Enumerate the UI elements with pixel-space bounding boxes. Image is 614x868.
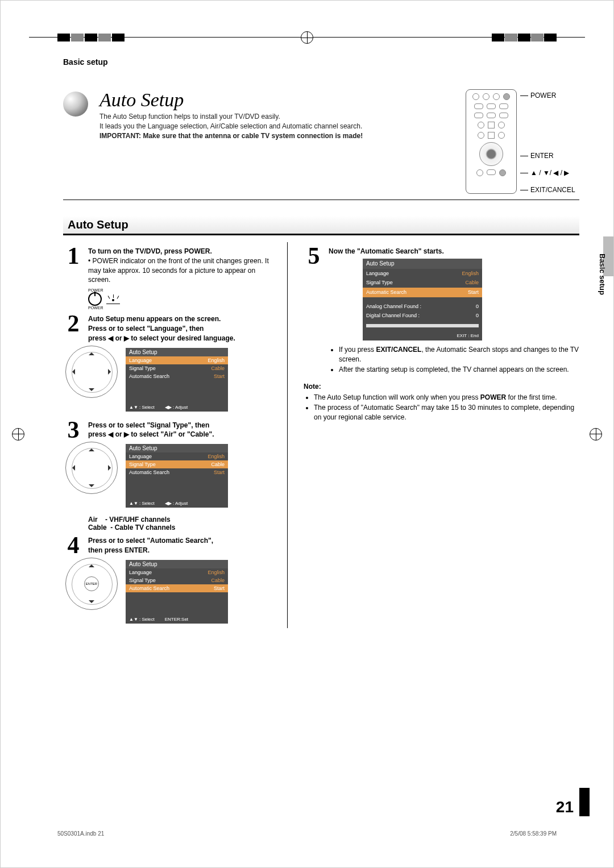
step-number: 4 <box>63 536 84 555</box>
right-column: Basic setup 5 Now the "Automatic Search"… <box>304 242 579 628</box>
air-cable-legend: Air - VHF/UHF channels Cable - Cable TV … <box>88 516 279 531</box>
step-number: 1 <box>63 247 84 285</box>
hero-line: It leads you the Language selection, Air… <box>99 122 362 130</box>
power-label-small: POWER <box>88 288 103 292</box>
color-bars-left <box>57 34 125 41</box>
remote-callouts: POWER ENTER ▲ / ▼/ ◀ / ▶ EXIT/CANCEL <box>520 89 575 194</box>
manual-page: Basic setup Auto Setup The Auto Setup fu… <box>0 0 614 868</box>
page-title: Auto Setup <box>99 89 454 111</box>
step-2: 2 Auto Setup menu appears on the screen.… <box>63 314 279 343</box>
step-5: 5 Now the "Automatic Search" starts. Aut… <box>304 247 579 377</box>
registration-mark-icon <box>590 428 602 441</box>
step-number: 3 <box>63 421 84 440</box>
step-number: 2 <box>63 314 84 343</box>
columns: 1 To turn on the TV/DVD, press POWER. • … <box>63 242 579 628</box>
color-bars-right <box>492 34 557 41</box>
step-bullet: If you press EXIT/CANCEL, the Automatic … <box>339 345 579 365</box>
osd-title: Auto Setup <box>126 348 228 356</box>
dpad-icon <box>65 346 118 398</box>
osd-screenshot: Auto Setup LanguageEnglish Signal TypeCa… <box>126 348 228 412</box>
dpad-icon <box>479 142 503 166</box>
power-label-small: POWER <box>88 306 103 310</box>
step-head: To turn on the TV/DVD, press POWER. <box>88 247 212 255</box>
sphere-icon <box>63 92 88 117</box>
dpad-icon <box>65 442 118 494</box>
footer-filename: 50S0301A.indb 21 <box>57 830 104 837</box>
page-content: Basic setup Auto Setup The Auto Setup fu… <box>63 57 579 828</box>
breadcrumb: Basic setup <box>63 57 579 67</box>
dpad-icon: ENTER <box>65 558 118 610</box>
step-head: Now the "Automatic Search" starts. <box>329 247 444 255</box>
step-3: 3 Press or to select "Signal Type", then… <box>63 421 279 440</box>
step-bullet: After the starting setup is completed, t… <box>339 365 579 375</box>
note-item: The process of "Automatic Search" may ta… <box>314 403 579 423</box>
power-indicator-icon: POWER POWER <box>88 288 279 310</box>
osd-screenshot: Auto Setup LanguageEnglish Signal TypeCa… <box>126 444 228 508</box>
step-text: POWER indicator on the front of the unit… <box>88 257 269 284</box>
registration-mark-icon <box>12 428 24 441</box>
callout-enter: ENTER <box>530 152 554 160</box>
hero-body: The Auto Setup function helps to install… <box>99 112 454 140</box>
left-column: 1 To turn on the TV/DVD, press POWER. • … <box>63 242 288 628</box>
step-line: press ◀ or ▶ to select "Air" or "Cable". <box>88 430 214 438</box>
step-line: Press or to select "Automatic Search", <box>88 537 213 545</box>
callout-arrows: ▲ / ▼/ ◀ / ▶ <box>530 169 569 177</box>
osd-screenshot: Auto Setup LanguageEnglish Signal TypeCa… <box>126 560 228 624</box>
hero-line: The Auto Setup function helps to install… <box>99 113 280 121</box>
remote-outline <box>466 89 517 194</box>
registration-mark-icon <box>301 31 313 44</box>
note-list: The Auto Setup function will work only w… <box>304 393 579 422</box>
callout-power: POWER <box>530 92 556 99</box>
note-heading: Note: <box>304 383 579 391</box>
callout-exit: EXIT/CANCEL <box>530 186 575 194</box>
osd-screenshot: Auto Setup LanguageEnglish Signal TypeCa… <box>363 259 482 340</box>
footer-timestamp: 2/5/08 5:58:39 PM <box>510 830 557 837</box>
step-4: 4 Press or to select "Automatic Search",… <box>63 536 279 555</box>
page-tab-black <box>579 788 590 816</box>
remote-diagram: POWER ENTER ▲ / ▼/ ◀ / ▶ EXIT/CANCEL <box>466 89 579 194</box>
hero-important: IMPORTANT: Make sure that the antenna or… <box>99 132 363 140</box>
step-line: Press or to select "Signal Type", then <box>88 421 209 429</box>
page-number: 21 <box>556 798 574 816</box>
step-line: then press ENTER. <box>88 546 150 554</box>
enter-hub: ENTER <box>84 576 99 591</box>
hero-section: Auto Setup The Auto Setup function helps… <box>63 89 579 200</box>
section-heading: Auto Setup <box>63 216 579 235</box>
step-1: 1 To turn on the TV/DVD, press POWER. • … <box>63 247 279 285</box>
step-line: Auto Setup menu appears on the screen. <box>88 315 221 323</box>
step-number: 5 <box>304 247 324 377</box>
note-item: The Auto Setup function will work only w… <box>314 393 579 402</box>
side-tab-label: Basic setup <box>598 254 607 295</box>
step-line: press ◀ or ▶ to select your desired lang… <box>88 334 235 342</box>
step-line: Press or to select "Language", then <box>88 325 204 333</box>
